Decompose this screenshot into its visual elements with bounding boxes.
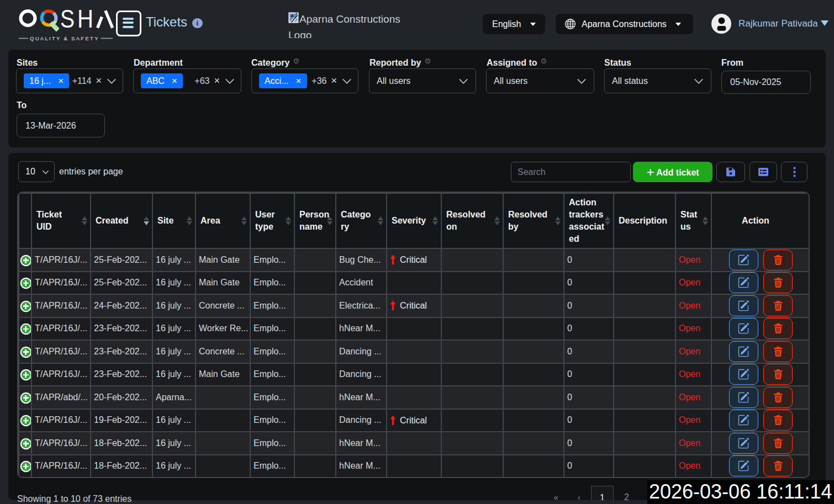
svg-text:H: H — [77, 7, 93, 33]
svg-text:QUALITY & SAFETY: QUALITY & SAFETY — [30, 35, 99, 41]
svg-text:S: S — [60, 7, 75, 33]
